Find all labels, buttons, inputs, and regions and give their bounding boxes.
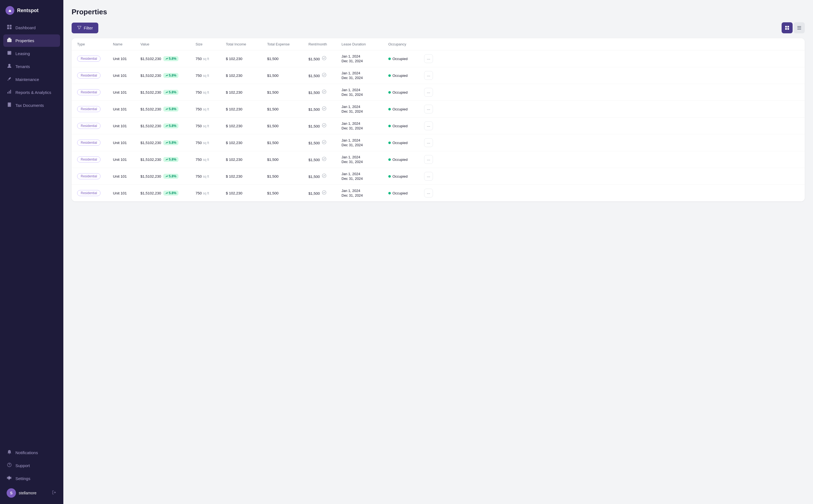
cell-size: 750 sq ft — [196, 191, 226, 195]
cell-income: $ 102,230 — [226, 107, 267, 111]
sidebar-item-properties[interactable]: Properties — [3, 34, 60, 47]
table-row: Residential Unit 101 $1,5102,230 5.8% 75… — [72, 134, 805, 151]
type-badge: Residential — [77, 173, 101, 179]
cell-income: $ 102,230 — [226, 141, 267, 145]
cell-value: $1,5102,230 5.8% — [140, 123, 196, 128]
grid-view-button[interactable] — [782, 22, 793, 33]
sidebar-item-settings[interactable]: Settings — [3, 472, 60, 485]
cell-rent: $1,500 — [308, 90, 342, 95]
check-icon — [322, 140, 326, 145]
svg-rect-4 — [10, 27, 12, 29]
check-icon — [322, 90, 326, 95]
more-options-button[interactable]: ··· — [424, 121, 433, 130]
svg-rect-8 — [8, 52, 10, 53]
type-badge: Residential — [77, 140, 101, 146]
cell-actions: ··· — [424, 172, 438, 181]
table-body: Residential Unit 101 $1,5102,230 5.8% 75… — [72, 50, 805, 201]
cell-rent: $1,500 — [308, 56, 342, 61]
table-row: Residential Unit 101 $1,5102,230 5.8% 75… — [72, 101, 805, 118]
more-options-button[interactable]: ··· — [424, 54, 433, 63]
svg-rect-9 — [8, 53, 10, 53]
cell-income: $ 102,230 — [226, 74, 267, 78]
sidebar-item-tenants[interactable]: Tenants — [3, 60, 60, 73]
more-options-button[interactable]: ··· — [424, 71, 433, 80]
avatar: S — [7, 488, 16, 498]
cell-type: Residential — [77, 190, 113, 196]
cell-expense: $1,500 — [267, 158, 308, 162]
logo-text: Rentspot — [17, 8, 39, 13]
sidebar-item-leasing[interactable]: Leasing — [3, 47, 60, 60]
more-options-button[interactable]: ··· — [424, 88, 433, 97]
check-icon — [322, 107, 326, 112]
sidebar-item-maintenance[interactable]: Maintenance — [3, 73, 60, 86]
logo-icon — [6, 6, 14, 15]
cell-rent: $1,500 — [308, 157, 342, 162]
col-header-name: Name — [113, 42, 140, 46]
cell-actions: ··· — [424, 71, 438, 80]
cell-expense: $1,500 — [267, 191, 308, 195]
sidebar-item-tax[interactable]: Tax Documents — [3, 99, 60, 112]
cell-actions: ··· — [424, 155, 438, 164]
cell-type: Residential — [77, 89, 113, 95]
cell-lease: Jan 1, 2024 Dec 31, 2024 — [342, 172, 388, 181]
sidebar-item-label: Support — [15, 463, 30, 468]
sidebar-item-reports[interactable]: Reports & Analytics — [3, 86, 60, 99]
sidebar-item-support[interactable]: Support — [3, 459, 60, 472]
cell-occupancy: Occupied — [388, 74, 424, 78]
sidebar-item-label: Settings — [15, 476, 30, 481]
sidebar-item-dashboard[interactable]: Dashboard — [3, 21, 60, 34]
type-badge: Residential — [77, 72, 101, 78]
cell-lease: Jan 1, 2024 Dec 31, 2024 — [342, 155, 388, 164]
cell-size: 750 sq ft — [196, 158, 226, 162]
cell-expense: $1,500 — [267, 74, 308, 78]
maintenance-icon — [7, 76, 12, 83]
user-profile[interactable]: S stellamore — [3, 485, 60, 501]
check-icon — [322, 157, 326, 162]
properties-table: Type Name Value Size Total Income Total … — [72, 38, 805, 201]
cell-value: $1,5102,230 5.8% — [140, 157, 196, 162]
more-options-button[interactable]: ··· — [424, 105, 433, 113]
more-options-button[interactable]: ··· — [424, 155, 433, 164]
cell-lease: Jan 1, 2024 Dec 31, 2024 — [342, 88, 388, 97]
col-header-income: Total Income — [226, 42, 267, 46]
trend-badge: 5.8% — [163, 56, 178, 61]
table-row: Residential Unit 101 $1,5102,230 5.8% 75… — [72, 67, 805, 84]
cell-rent: $1,500 — [308, 123, 342, 129]
trend-badge: 5.8% — [163, 123, 178, 128]
cell-type: Residential — [77, 56, 113, 62]
filter-button[interactable]: Filter — [72, 23, 98, 33]
cell-name: Unit 101 — [113, 174, 140, 178]
col-header-expense: Total Expense — [267, 42, 308, 46]
sidebar-item-notifications[interactable]: Notifications — [3, 446, 60, 459]
list-view-button[interactable] — [794, 22, 805, 33]
col-header-size: Size — [196, 42, 226, 46]
support-icon — [7, 462, 12, 469]
cell-occupancy: Occupied — [388, 141, 424, 145]
cell-lease: Jan 1, 2024 Dec 31, 2024 — [342, 138, 388, 147]
sidebar-item-label: Tenants — [15, 64, 30, 69]
col-header-occupancy: Occupancy — [388, 42, 424, 46]
cell-income: $ 102,230 — [226, 57, 267, 61]
table-row: Residential Unit 101 $1,5102,230 5.8% 75… — [72, 118, 805, 134]
more-options-button[interactable]: ··· — [424, 138, 433, 147]
logout-icon[interactable] — [52, 490, 57, 496]
view-toggle — [782, 22, 805, 33]
filter-icon — [77, 25, 82, 31]
cell-type: Residential — [77, 106, 113, 112]
status-dot — [388, 74, 391, 77]
svg-rect-10 — [8, 54, 10, 54]
cell-actions: ··· — [424, 121, 438, 130]
sidebar-item-label: Notifications — [15, 450, 38, 455]
sidebar-item-label: Maintenance — [15, 77, 39, 82]
cell-name: Unit 101 — [113, 158, 140, 162]
cell-value: $1,5102,230 5.8% — [140, 56, 196, 61]
cell-lease: Jan 1, 2024 Dec 31, 2024 — [342, 121, 388, 130]
more-options-button[interactable]: ··· — [424, 172, 433, 181]
check-icon — [322, 191, 326, 196]
sidebar-bottom: Notifications Support Settings S stellam… — [0, 443, 63, 504]
type-badge: Residential — [77, 156, 101, 162]
svg-rect-15 — [10, 90, 11, 94]
cell-lease: Jan 1, 2024 Dec 31, 2024 — [342, 189, 388, 197]
more-options-button[interactable]: ··· — [424, 189, 433, 197]
type-badge: Residential — [77, 89, 101, 95]
